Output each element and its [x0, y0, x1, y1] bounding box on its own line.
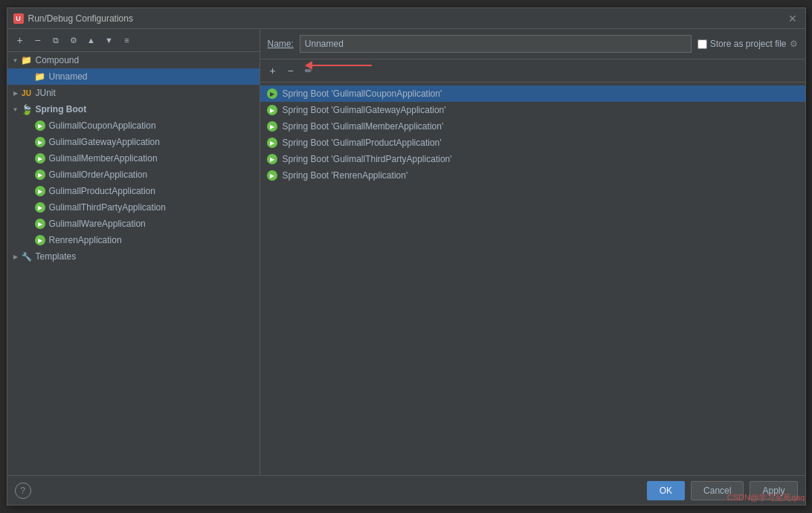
- arrow-line: [312, 65, 372, 66]
- config-item-3[interactable]: ▶ Spring Boot 'GulimallProductApplicatio…: [260, 135, 805, 151]
- config-item-0[interactable]: ▶ Spring Boot 'GulimallCouponApplication…: [260, 86, 805, 102]
- run-icon-order: ▶: [34, 169, 46, 181]
- config-item-label-4: Spring Boot 'GulimallThirdPartyApplicati…: [283, 154, 452, 164]
- tree-label-ware: GulimallWareApplication: [49, 219, 146, 229]
- config-run-icon-2: ▶: [266, 120, 278, 132]
- tree-label-junit: JUnit: [36, 88, 56, 98]
- tree-item-junit[interactable]: ▶ JU JUnit: [7, 85, 260, 101]
- run-icon-product: ▶: [34, 185, 46, 197]
- left-toolbar: + − ⧉ ⚙ ▲ ▼ ≡: [7, 29, 260, 52]
- add-item-button[interactable]: +: [265, 62, 281, 79]
- tree-label-unnamed: Unnamed: [49, 71, 88, 82]
- tree-label-gateway: GulimallGatewayApplication: [49, 137, 160, 147]
- tree-label-springboot: Spring Boot: [36, 104, 87, 114]
- config-run-icon-4: ▶: [266, 153, 278, 165]
- run-debug-dialog: U Run/Debug Configurations ✕ + − ⧉ ⚙: [7, 7, 806, 506]
- tree-item-thirdparty[interactable]: ▶ ▶ GulimallThirdPartyApplication: [7, 199, 260, 216]
- folder-icon-unnamed: 📁: [34, 71, 46, 83]
- run-icon-thirdparty: ▶: [34, 201, 46, 213]
- folder-icon-compound: 📁: [21, 54, 33, 66]
- help-button[interactable]: ?: [15, 483, 31, 499]
- name-input[interactable]: [300, 35, 692, 53]
- config-item-2[interactable]: ▶ Spring Boot 'GulimallMemberApplication…: [260, 118, 805, 135]
- config-run-icon-0: ▶: [266, 88, 278, 100]
- expand-arrow-springboot: ▼: [10, 104, 21, 114]
- tree-item-gateway[interactable]: ▶ ▶ GulimallGatewayApplication: [7, 134, 260, 150]
- tree-label-thirdparty: GulimallThirdPartyApplication: [49, 202, 166, 213]
- tree-label-compound: Compound: [36, 55, 80, 65]
- config-item-label-0: Spring Boot 'GulimallCouponApplication': [283, 88, 442, 99]
- app-icon: U: [13, 13, 24, 24]
- config-item-4[interactable]: ▶ Spring Boot 'GulimallThirdPartyApplica…: [260, 151, 805, 167]
- config-item-label-5: Spring Boot 'RenrenApplication': [283, 170, 408, 181]
- run-icon-coupon: ▶: [34, 120, 46, 132]
- config-run-icon-1: ▶: [266, 104, 278, 116]
- wrench-icon-templates: 🔧: [21, 251, 33, 262]
- title-bar-left: U Run/Debug Configurations: [13, 13, 133, 24]
- config-run-icon-5: ▶: [266, 170, 278, 181]
- config-list[interactable]: ▶ Spring Boot 'GulimallCouponApplication…: [260, 83, 805, 475]
- tree-label-member: GulimallMemberApplication: [49, 153, 158, 164]
- right-panel: Name: Store as project file ⚙ + − ✏: [260, 29, 805, 475]
- store-checkbox-area: Store as project file ⚙: [697, 39, 798, 49]
- right-toolbar: + − ✏: [260, 59, 805, 83]
- tree-label-order: GulimallOrderApplication: [49, 170, 148, 180]
- move-up-button[interactable]: ▲: [83, 32, 100, 48]
- add-config-button[interactable]: +: [12, 32, 28, 48]
- dialog-title: Run/Debug Configurations: [28, 13, 133, 24]
- watermark: CSDN@学习至死qaq: [727, 492, 805, 503]
- copy-config-button[interactable]: ⧉: [48, 32, 64, 48]
- arrow-head: [305, 61, 312, 70]
- run-icon-renren: ▶: [34, 234, 46, 246]
- tree-item-order[interactable]: ▶ ▶ GulimallOrderApplication: [7, 167, 260, 183]
- sort-button[interactable]: ≡: [119, 32, 135, 48]
- tree-item-unnamed[interactable]: ▶ 📁 Unnamed: [7, 68, 260, 85]
- config-item-label-3: Spring Boot 'GulimallProductApplication': [283, 138, 442, 148]
- expand-arrow-junit: ▶: [10, 88, 21, 98]
- tree-item-product[interactable]: ▶ ▶ GulimallProductApplication: [7, 183, 260, 199]
- tree-item-compound[interactable]: ▼ 📁 Compound: [7, 52, 260, 68]
- run-icon-gateway: ▶: [34, 136, 46, 148]
- spring-icon: 🍃: [21, 103, 33, 115]
- tree-label-templates: Templates: [36, 251, 77, 262]
- expand-arrow-compound: ▼: [10, 55, 21, 65]
- tree-label-product: GulimallProductApplication: [49, 186, 155, 196]
- bottom-left: ?: [15, 483, 31, 499]
- remove-config-button[interactable]: −: [30, 32, 46, 48]
- junit-icon: JU: [21, 87, 33, 99]
- ok-button[interactable]: OK: [647, 481, 685, 500]
- title-bar: U Run/Debug Configurations ✕: [7, 8, 805, 29]
- remove-item-button[interactable]: −: [283, 62, 299, 79]
- tree-label-renren: RenrenApplication: [49, 235, 122, 245]
- arrow-annotation: [305, 61, 372, 70]
- name-label: Name:: [268, 39, 294, 49]
- tree-item-springboot[interactable]: ▼ 🍃 Spring Boot: [7, 101, 260, 117]
- config-run-icon-3: ▶: [266, 137, 278, 149]
- tree-item-member[interactable]: ▶ ▶ GulimallMemberApplication: [7, 150, 260, 167]
- tree-item-coupon[interactable]: ▶ ▶ GulimallCouponApplication: [7, 117, 260, 134]
- tree-label-coupon: GulimallCouponApplication: [49, 120, 156, 131]
- config-item-1[interactable]: ▶ Spring Boot 'GulimallGatewayApplicatio…: [260, 102, 805, 118]
- store-gear-icon[interactable]: ⚙: [790, 39, 798, 49]
- close-button[interactable]: ✕: [786, 12, 799, 25]
- config-item-label-2: Spring Boot 'GulimallMemberApplication': [283, 121, 444, 132]
- run-icon-ware: ▶: [34, 218, 46, 230]
- config-item-label-1: Spring Boot 'GulimallGatewayApplication': [283, 105, 446, 115]
- tree-item-ware[interactable]: ▶ ▶ GulimallWareApplication: [7, 216, 260, 232]
- left-panel: + − ⧉ ⚙ ▲ ▼ ≡: [7, 29, 260, 475]
- store-as-project-checkbox[interactable]: [697, 39, 707, 49]
- settings-config-button[interactable]: ⚙: [65, 32, 82, 48]
- expand-arrow-templates: ▶: [10, 251, 21, 262]
- tree-item-renren[interactable]: ▶ ▶ RenrenApplication: [7, 232, 260, 248]
- config-item-5[interactable]: ▶ Spring Boot 'RenrenApplication': [260, 167, 805, 184]
- tree-item-templates[interactable]: ▶ 🔧 Templates: [7, 248, 260, 265]
- content-area: + − ⧉ ⚙ ▲ ▼ ≡: [7, 29, 805, 475]
- config-tree[interactable]: ▼ 📁 Compound ▶ 📁 Unnamed ▶ JU JUnit: [7, 52, 260, 475]
- run-icon-member: ▶: [34, 152, 46, 164]
- store-as-project-label: Store as project file: [710, 39, 787, 49]
- bottom-bar: ? OK Cancel Apply: [7, 475, 805, 505]
- move-down-button[interactable]: ▼: [101, 32, 117, 48]
- name-bar: Name: Store as project file ⚙: [260, 29, 805, 59]
